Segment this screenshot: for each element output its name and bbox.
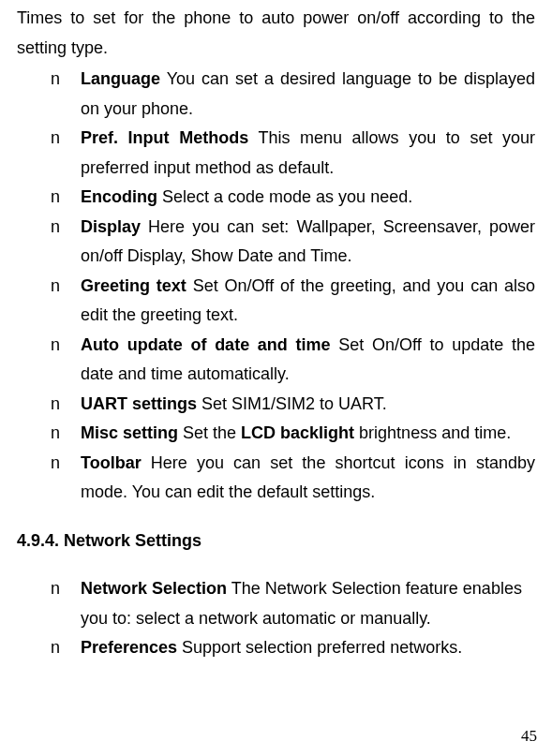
item-desc: Here you can set: Wallpaper, Screensaver… [81, 217, 535, 266]
list-item: n Toolbar Here you can set the shortcut … [51, 449, 535, 508]
item-label: Display [81, 217, 141, 236]
item-label: Misc setting [81, 423, 178, 442]
intro-text: Times to set for the phone to auto power… [17, 4, 535, 63]
section-heading: 4.9.4. Network Settings [17, 526, 535, 556]
item-label-2: LCD backlight [241, 423, 354, 442]
item-label: Toolbar [81, 453, 142, 472]
list-item: n Pref. Input Methods This menu allows y… [51, 124, 535, 183]
list-item: n Greeting text Set On/Off of the greeti… [51, 272, 535, 331]
page-number: 45 [521, 722, 537, 750]
bullet-icon: n [51, 419, 60, 449]
list-item: n Encoding Select a code mode as you nee… [51, 183, 535, 213]
item-desc-pre: Set the [178, 423, 241, 442]
list-item: n Preferences Support selection preferre… [51, 633, 535, 663]
bullet-list-1: n Language You can set a desired languag… [17, 65, 535, 508]
item-desc: Set SIM1/SIM2 to UART. [197, 394, 387, 413]
item-label: Greeting text [81, 276, 186, 295]
bullet-icon: n [51, 213, 60, 243]
list-item: n Display Here you can set: Wallpaper, S… [51, 213, 535, 272]
bullet-icon: n [51, 633, 60, 663]
bullet-icon: n [51, 124, 60, 154]
item-label: UART settings [81, 394, 197, 413]
item-label: Network Selection [81, 579, 227, 598]
item-label: Language [81, 69, 160, 88]
bullet-icon: n [51, 183, 60, 213]
bullet-icon: n [51, 65, 60, 95]
bullet-icon: n [51, 272, 60, 302]
item-label: Pref. Input Methods [81, 128, 248, 147]
list-item: n Auto update of date and time Set On/Of… [51, 331, 535, 390]
item-label: Encoding [81, 187, 157, 206]
bullet-list-2: n Network Selection The Network Selectio… [17, 574, 535, 663]
list-item: n Misc setting Set the LCD backlight bri… [51, 419, 535, 449]
item-label: Preferences [81, 638, 177, 657]
bullet-icon: n [51, 574, 60, 604]
item-desc-post: brightness and time. [354, 423, 511, 442]
bullet-icon: n [51, 390, 60, 420]
item-desc: Support selection preferred networks. [177, 638, 462, 657]
list-item: n Network Selection The Network Selectio… [51, 574, 535, 633]
bullet-icon: n [51, 331, 60, 361]
bullet-icon: n [51, 449, 60, 479]
item-desc: Here you can set the shortcut icons in s… [81, 453, 535, 502]
list-item: n Language You can set a desired languag… [51, 65, 535, 124]
item-desc: Select a code mode as you need. [157, 187, 412, 206]
item-label: Auto update of date and time [81, 335, 331, 354]
list-item: n UART settings Set SIM1/SIM2 to UART. [51, 390, 535, 420]
